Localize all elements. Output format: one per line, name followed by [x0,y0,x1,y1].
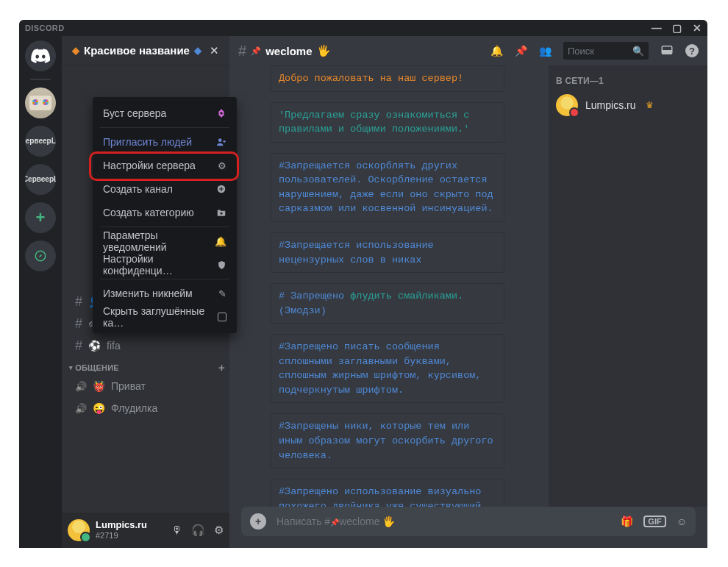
brand-label: DISCORD [25,24,65,32]
server-rail: СервеерL.r СервеерL + [19,36,62,548]
plus-circle-icon [216,184,226,194]
message: #Запрещены ники, которые тем или иным об… [271,413,504,468]
bell-icon[interactable]: 🔔 [490,45,503,57]
mic-icon[interactable]: 🎙 [171,524,182,537]
server-name: Красивое название [84,44,190,57]
server-robot[interactable] [25,88,56,118]
bell-icon: 🔔 [215,236,226,247]
members-icon[interactable]: 👥 [539,45,552,57]
window-titlebar: DISCORD — ▢ ✕ [19,20,707,36]
user-names[interactable]: Lumpics.ru #2719 [96,520,147,541]
user-name: Lumpics.ru [96,520,147,531]
channel-title: weclome [265,45,312,57]
menu-create-category[interactable]: Создать категорию [97,201,232,224]
channel-label: fifa [107,340,121,352]
voice-label: Флудилка [111,402,157,414]
channel-prefix: ⚽ [88,340,101,352]
window-minimize[interactable]: — [652,22,662,34]
menu-privacy[interactable]: Настройки конфиденци… [97,253,232,277]
boost-icon [216,108,226,118]
server-header[interactable]: ◆ Красивое название ◆ ✕ [62,36,229,65]
category-label: ОБЩЕНИЕ [75,363,119,372]
help-icon[interactable]: ? [685,44,699,57]
voice-prefix: 👹 [93,380,105,392]
server-item-1[interactable]: СервеерL.r [25,126,56,157]
diamond-icon: ◆ [194,45,201,56]
menu-boost[interactable]: Буст сервера [97,101,232,125]
shield-icon [217,260,226,270]
add-server-button[interactable]: + [25,202,56,233]
svg-marker-1 [39,254,43,258]
gif-button[interactable]: GIF [643,516,665,527]
voice-label: Приват [111,380,146,392]
category-chat[interactable]: ▾ ОБЩЕНИЕ + [68,357,229,375]
window-maximize[interactable]: ▢ [672,22,682,34]
user-discriminator: #2719 [96,531,147,541]
folder-plus-icon [216,207,226,218]
explore-button[interactable] [25,240,56,271]
checkbox-icon [218,313,226,321]
add-channel-icon[interactable]: + [218,361,225,374]
menu-label: Буст сервера [103,107,166,119]
menu-server-settings[interactable]: Настройки сервера ⚙ [97,154,232,177]
pin-icon[interactable]: 📌 [515,45,527,57]
avatar[interactable] [68,519,90,541]
member-name: Lumpics.ru [585,99,635,111]
menu-label: Пригласить людей [103,136,192,148]
emoji-icon[interactable]: ☺ [677,516,687,527]
message: #Запрещено использование визуально похож… [271,479,504,507]
crown-icon: ♛ [646,100,654,110]
main-area: # 📌 weclome 🖐 🔔 📌 👥 Поиск 🔍 [229,36,707,548]
rail-separator [30,79,51,80]
channel-hash-icon: # [238,43,246,60]
server-context-menu: Буст сервера Пригласить людей Настройки … [93,97,237,333]
menu-label: Изменить никнейм [103,288,193,299]
close-icon[interactable]: ✕ [210,44,219,57]
avatar [556,94,578,116]
voice-prefix: 😜 [93,402,105,414]
window-close[interactable]: ✕ [693,22,702,34]
menu-notifications[interactable]: Параметры уведомлений 🔔 [97,229,232,253]
channel-hash-icon: # [75,294,82,310]
voice-private[interactable]: 👹 Приват [68,375,229,397]
pencil-icon: ✎ [218,288,226,299]
inbox-icon[interactable] [660,43,674,59]
menu-invite[interactable]: Пригласить людей [97,130,232,154]
headphones-icon[interactable]: 🎧 [191,524,205,537]
menu-create-channel[interactable]: Создать канал [97,177,232,201]
message: # Запрещено флудить смайликами.(Эмодзи) [271,283,504,324]
chevron-down-icon: ▾ [69,364,73,371]
gear-icon[interactable]: ⚙ [214,524,224,537]
member-row[interactable]: Lumpics.ru ♛ [556,90,700,120]
menu-change-nick[interactable]: Изменить никнейм ✎ [97,282,232,305]
voice-flood[interactable]: 😜 Флудилка [68,397,229,419]
add-user-icon [216,137,226,147]
svg-point-5 [218,138,222,142]
home-button[interactable] [25,40,56,71]
wave-icon: 🖐 [317,44,331,57]
message: 'Предлагаем сразу ознакомиться с правила… [271,102,504,143]
server-item-2[interactable]: СервеерL [25,164,56,195]
channel-topbar: # 📌 weclome 🖐 🔔 📌 👥 Поиск 🔍 [229,36,707,65]
channel-hash-icon: # [75,338,82,354]
search-input[interactable]: Поиск 🔍 [563,42,649,60]
message: Добро пожаловать на наш сервер! [271,65,504,92]
menu-label: Создать канал [103,183,173,195]
channel-hash-icon: # [75,316,82,332]
channel-fifa[interactable]: # ⚽ fifa [68,335,229,357]
menu-hide-muted[interactable]: Скрыть заглушённые ка… [97,305,232,329]
speaker-icon [75,402,87,414]
menu-label: Создать категорию [103,207,194,218]
message-list: Добро пожаловать на наш сервер! 'Предлаг… [229,65,549,507]
message-composer[interactable]: + Написать #📌weclome 🖐 🎁 GIF ☺ [241,507,696,536]
message: #Запрещается оскорблять других пользоват… [271,153,504,222]
gift-icon[interactable]: 🎁 [621,516,633,527]
svg-rect-3 [662,50,672,54]
member-list: В СЕТИ—1 Lumpics.ru ♛ [549,65,707,507]
search-icon: 🔍 [632,46,644,57]
pin-marker: 📌 [251,46,261,56]
attach-button[interactable]: + [250,513,266,529]
menu-label: Параметры уведомлений [103,229,215,253]
speaker-icon [75,380,87,392]
menu-label: Настройки сервера [103,160,196,171]
